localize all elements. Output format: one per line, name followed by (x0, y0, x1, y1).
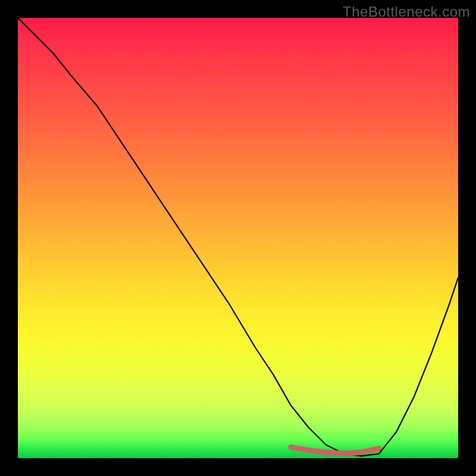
chart-frame: TheBottleneck.com (0, 0, 476, 476)
plot-area (18, 18, 458, 458)
bottleneck-curve (18, 18, 458, 456)
watermark-text: TheBottleneck.com (343, 4, 470, 20)
chart-svg (18, 18, 458, 458)
optimal-zone-highlight (291, 447, 379, 453)
